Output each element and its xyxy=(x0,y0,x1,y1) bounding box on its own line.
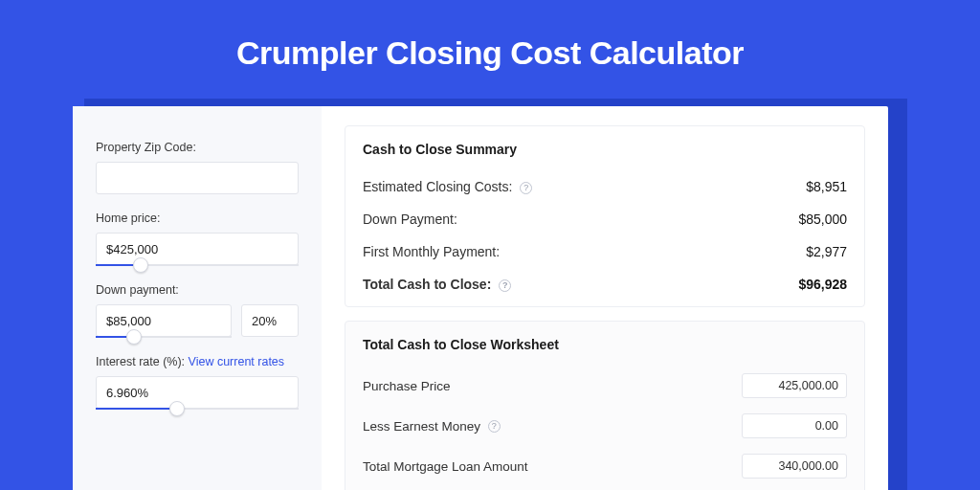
summary-row: First Monthly Payment: $2,977 xyxy=(363,235,847,268)
slider-thumb-icon[interactable] xyxy=(133,257,148,273)
summary-row-label: Estimated Closing Costs: xyxy=(363,179,512,194)
summary-row-value: $85,000 xyxy=(798,212,847,227)
down-payment-group: Down payment: xyxy=(96,283,299,338)
worksheet-row-input[interactable] xyxy=(742,454,847,479)
worksheet-row-input[interactable] xyxy=(742,413,847,438)
card-shadow: Property Zip Code: Home price: Down paym… xyxy=(84,99,907,490)
calculator-card: Property Zip Code: Home price: Down paym… xyxy=(73,106,888,490)
summary-total-label: Total Cash to Close: xyxy=(363,277,491,292)
home-price-group: Home price: xyxy=(96,212,299,266)
down-payment-pct-input[interactable] xyxy=(241,304,299,337)
down-payment-slider[interactable] xyxy=(96,336,232,338)
slider-thumb-icon[interactable] xyxy=(169,401,185,416)
summary-row-value: $2,977 xyxy=(806,244,847,259)
interest-label-text: Interest rate (%): xyxy=(96,355,189,368)
home-price-label: Home price: xyxy=(96,212,299,225)
worksheet-box: Total Cash to Close Worksheet Purchase P… xyxy=(345,321,865,490)
home-price-input[interactable] xyxy=(96,233,299,265)
down-payment-input[interactable] xyxy=(96,304,232,337)
interest-label: Interest rate (%): View current rates xyxy=(96,355,299,368)
worksheet-row-label: Total Mortgage Loan Amount xyxy=(363,459,528,474)
zip-label: Property Zip Code: xyxy=(96,141,299,154)
zip-input[interactable] xyxy=(96,162,299,194)
summary-row: Estimated Closing Costs: ? $8,951 xyxy=(363,170,847,203)
zip-group: Property Zip Code: xyxy=(96,141,299,194)
worksheet-row: Purchase Price xyxy=(363,366,847,406)
worksheet-title: Total Cash to Close Worksheet xyxy=(363,337,847,352)
summary-row: Down Payment: $85,000 xyxy=(363,203,847,235)
help-icon[interactable]: ? xyxy=(488,420,501,433)
summary-title: Cash to Close Summary xyxy=(363,142,847,157)
worksheet-row-label: Purchase Price xyxy=(363,379,451,393)
summary-box: Cash to Close Summary Estimated Closing … xyxy=(345,125,865,307)
help-icon[interactable]: ? xyxy=(520,182,532,194)
main-panel: Cash to Close Summary Estimated Closing … xyxy=(322,106,888,490)
home-price-slider[interactable] xyxy=(96,264,299,266)
interest-input[interactable] xyxy=(96,376,299,409)
summary-row-label: First Monthly Payment: xyxy=(363,244,500,259)
view-rates-link[interactable]: View current rates xyxy=(189,355,285,368)
sidebar: Property Zip Code: Home price: Down paym… xyxy=(73,106,322,490)
interest-group: Interest rate (%): View current rates xyxy=(96,355,299,410)
worksheet-row-input[interactable] xyxy=(742,373,847,398)
worksheet-row: Less Earnest Money ? xyxy=(363,406,847,446)
worksheet-row-label: Less Earnest Money xyxy=(363,419,480,434)
summary-total-value: $96,928 xyxy=(798,277,847,292)
worksheet-row: Total Mortgage Loan Amount xyxy=(363,446,847,486)
interest-slider[interactable] xyxy=(96,408,299,410)
help-icon[interactable]: ? xyxy=(499,279,511,292)
summary-row-label: Down Payment: xyxy=(363,212,457,227)
summary-row-value: $8,951 xyxy=(806,179,847,194)
slider-thumb-icon[interactable] xyxy=(126,329,142,345)
summary-total-row: Total Cash to Close: ? $96,928 xyxy=(363,268,847,301)
worksheet-row: Total Second Mortgage Amount ? xyxy=(363,486,847,490)
page-title: Crumpler Closing Cost Calculator xyxy=(0,0,980,99)
down-payment-label: Down payment: xyxy=(96,283,299,297)
